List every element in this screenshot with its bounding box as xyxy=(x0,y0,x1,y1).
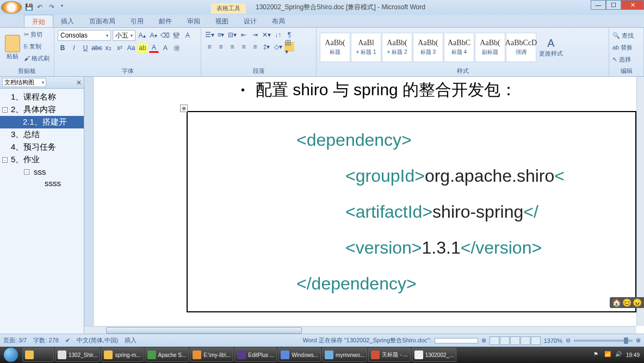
zoom-thumb[interactable] xyxy=(624,337,628,344)
tab-mailings[interactable]: 邮件 xyxy=(151,15,179,27)
tab-insert[interactable]: 插入 xyxy=(53,15,82,27)
line-spacing-button[interactable]: ‡▾ xyxy=(262,42,271,52)
doc-hscrollbar[interactable] xyxy=(84,326,636,334)
emoji-overlay[interactable]: 🏠 😊 😠 xyxy=(610,297,644,308)
save-icon[interactable]: 💾 xyxy=(25,3,34,12)
style-0[interactable]: AaBb(标题 xyxy=(320,33,350,62)
office-button[interactable] xyxy=(1,1,22,14)
tab-layout[interactable]: 布局 xyxy=(264,15,293,27)
taskbar-item-4[interactable]: EditPlus ... xyxy=(234,348,277,362)
nav-tree[interactable]: 1、课程名称-2、具体内容2.1、搭建开3、总结4、预习任务-5、作业-ssss… xyxy=(0,89,84,334)
taskbar-item-5[interactable]: Windows... xyxy=(278,348,321,362)
bullets-button[interactable]: ☰▾ xyxy=(205,30,214,40)
clear-formatting-button[interactable]: ⌫ xyxy=(160,30,170,40)
status-proof-icon[interactable]: ✔ xyxy=(65,337,70,344)
tree-toggle-icon[interactable]: - xyxy=(2,107,8,113)
tab-home[interactable]: 开始 xyxy=(24,15,53,27)
format-painter-button[interactable]: 🖌格式刷 xyxy=(24,53,49,64)
zoom-out-button[interactable]: ⊖ xyxy=(566,337,571,344)
cut-button[interactable]: ✂剪切 xyxy=(24,29,49,40)
taskbar-item-7[interactable]: 无标题 - ... xyxy=(368,348,410,362)
shading-button[interactable]: ◇▾ xyxy=(273,42,283,52)
tray-clock[interactable]: 19:49 xyxy=(626,352,640,358)
page-content[interactable]: • 配置 shiro 与 spring 的整合开发包： ✥ <dependenc… xyxy=(94,77,636,326)
taskbar-pinned-explorer[interactable] xyxy=(22,348,54,362)
zoom-slider[interactable] xyxy=(574,340,633,342)
numbering-button[interactable]: ≡▾ xyxy=(216,30,226,40)
char-border-button[interactable]: A xyxy=(183,30,193,40)
taskbar-item-2[interactable]: Apache S... xyxy=(145,348,189,362)
font-color-button[interactable]: A xyxy=(149,43,159,53)
maximize-button[interactable]: ☐ xyxy=(606,0,621,10)
view-draft[interactable] xyxy=(531,336,541,345)
tab-design[interactable]: 设计 xyxy=(236,15,264,27)
minimize-button[interactable]: — xyxy=(591,0,606,10)
sort-button[interactable]: ↓↑ xyxy=(273,30,283,40)
find-button[interactable]: 🔍查找 xyxy=(612,30,640,41)
angry-icon[interactable]: 😠 xyxy=(633,298,642,307)
shrink-font-button[interactable]: A▾ xyxy=(148,30,158,40)
justify-button[interactable]: ≡ xyxy=(239,42,249,52)
nav-item-3[interactable]: 3、总结 xyxy=(0,128,84,141)
tray-volume-icon[interactable]: 🔊 xyxy=(615,351,623,359)
qat-customize-icon[interactable]: ▾ xyxy=(61,3,70,12)
smile-icon[interactable]: 😊 xyxy=(622,298,631,307)
status-page[interactable]: 页面: 3/7 xyxy=(3,336,27,344)
nav-item-6[interactable]: -sss xyxy=(0,166,84,177)
view-print-layout[interactable] xyxy=(490,336,499,345)
status-words[interactable]: 字数: 278 xyxy=(33,336,58,344)
font-size-combo[interactable]: 小五▾ xyxy=(113,30,135,41)
copy-button[interactable]: ⎘复制 xyxy=(24,41,49,52)
taskbar-item-3[interactable]: E:\my-lib\... xyxy=(190,348,233,362)
doc-vscrollbar[interactable] xyxy=(636,77,644,326)
enclose-char-button[interactable]: ㊝ xyxy=(172,43,182,53)
underline-button[interactable]: U xyxy=(81,43,90,53)
nav-item-1[interactable]: -2、具体内容 xyxy=(0,103,84,116)
paste-button[interactable]: 粘贴 xyxy=(2,29,23,66)
phonetic-button[interactable]: 變 xyxy=(171,30,181,40)
change-styles-button[interactable]: A更改样式 xyxy=(539,37,563,58)
char-shading-button[interactable]: A xyxy=(160,43,170,53)
style-3[interactable]: AaBb(标题 3 xyxy=(413,33,443,62)
highlight-button[interactable]: ab xyxy=(138,43,147,53)
status-mode[interactable]: 插入 xyxy=(125,336,137,344)
view-web-layout[interactable] xyxy=(510,336,520,345)
tab-references[interactable]: 引用 xyxy=(123,15,151,27)
style-6[interactable]: AaBbCcD强调 xyxy=(506,33,536,62)
font-name-combo[interactable]: Consolas▾ xyxy=(58,30,111,41)
style-2[interactable]: AaBb(+ 标题 2 xyxy=(382,33,412,62)
bold-button[interactable]: B xyxy=(58,43,67,53)
change-case-button[interactable]: Aa xyxy=(126,43,136,53)
nav-item-4[interactable]: 4、预习任务 xyxy=(0,141,84,153)
view-full-screen[interactable] xyxy=(500,336,510,345)
taskbar-item-0[interactable]: 1302_Shir... xyxy=(55,348,100,362)
replace-button[interactable]: ab替换 xyxy=(612,42,640,53)
taskbar-item-6[interactable]: mymvnwo... xyxy=(322,348,367,362)
increase-indent-button[interactable]: ⇥ xyxy=(250,30,260,40)
select-button[interactable]: ↖选择 xyxy=(612,54,640,65)
multilevel-button[interactable]: ⊟▾ xyxy=(227,30,237,40)
zoom-level[interactable]: 1370% xyxy=(544,337,562,344)
tree-toggle-icon[interactable]: - xyxy=(24,169,29,175)
style-1[interactable]: AaBl+ 标题 1 xyxy=(351,33,381,62)
undo-icon[interactable]: ↶ xyxy=(37,3,46,12)
tray-flag-icon[interactable]: ⚑ xyxy=(593,351,601,359)
taskbar-item-8[interactable]: 1302002_... xyxy=(412,348,457,362)
nav-item-2[interactable]: 2.1、搭建开 xyxy=(0,116,84,128)
align-left-button[interactable]: ≡ xyxy=(205,42,214,52)
start-button[interactable] xyxy=(0,347,22,363)
taskbar-item-1[interactable]: spring-m... xyxy=(101,348,143,362)
style-5[interactable]: AaBb(副标题 xyxy=(475,33,505,62)
nav-mode-combo[interactable]: 文档结构图▾ xyxy=(2,78,46,87)
asian-layout-button[interactable]: ✕▾ xyxy=(262,30,271,40)
zoom-in-button[interactable]: ⊕ xyxy=(636,337,641,344)
cancel-save-icon[interactable]: ⊗ xyxy=(481,337,486,344)
redo-icon[interactable]: ↷ xyxy=(49,3,58,12)
distribute-button[interactable]: ≡ xyxy=(250,42,260,52)
tray-network-icon[interactable]: 📶 xyxy=(604,351,612,359)
nav-item-5[interactable]: -5、作业 xyxy=(0,153,84,166)
subscript-button[interactable]: x₂ xyxy=(103,43,113,53)
table-move-handle[interactable]: ✥ xyxy=(180,104,188,112)
nav-item-0[interactable]: 1、课程名称 xyxy=(0,91,84,103)
nav-item-7[interactable]: ssss xyxy=(0,177,84,189)
